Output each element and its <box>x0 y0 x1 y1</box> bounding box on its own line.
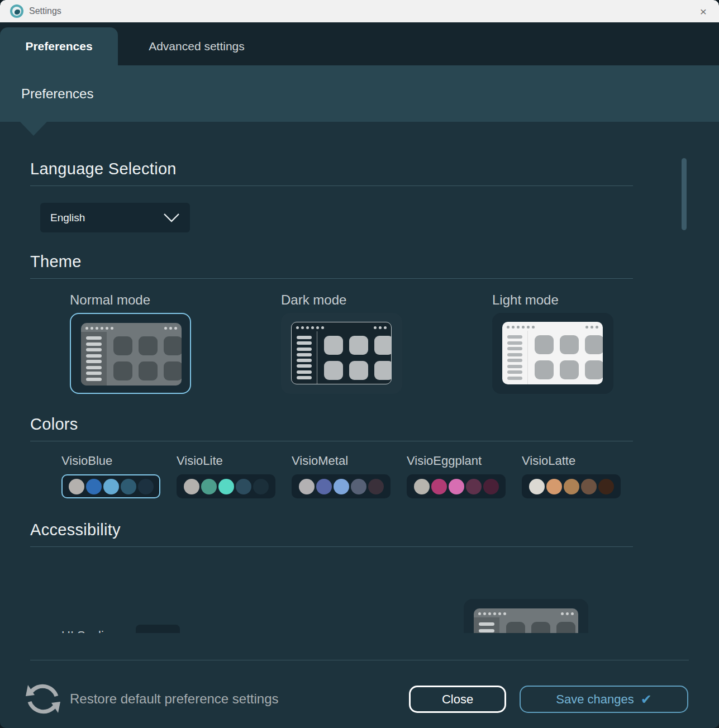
accessibility-section-heading: Accessibility <box>30 521 633 539</box>
app-logo-icon <box>10 4 23 18</box>
tab-preferences[interactable]: Preferences <box>0 27 118 65</box>
color-swatch <box>299 479 315 494</box>
color-swatch <box>121 479 136 494</box>
color-swatch <box>138 479 154 494</box>
color-swatch <box>316 479 332 494</box>
dark-mode-thumbnail <box>291 322 392 384</box>
color-palettes-row: VisioBlue VisioLite VisioMetal VisioEggp… <box>61 454 719 498</box>
color-swatch <box>218 479 234 494</box>
ui-scaling-preview-thumbnail <box>474 608 578 633</box>
theme-option-label: Normal mode <box>70 292 191 308</box>
color-swatch <box>351 479 366 494</box>
vertical-scrollbar-thumb[interactable] <box>682 158 687 230</box>
color-swatch <box>184 479 199 494</box>
ui-scaling-label: UI Scaling <box>61 629 117 633</box>
language-dropdown[interactable]: English <box>40 203 190 232</box>
color-swatch <box>564 479 579 494</box>
color-swatch <box>334 479 349 494</box>
language-section-heading: Language Selection <box>30 160 633 178</box>
color-swatch <box>483 479 499 494</box>
color-swatch <box>368 479 384 494</box>
color-swatch <box>69 479 84 494</box>
theme-card-normal-mode[interactable] <box>70 313 191 394</box>
color-swatch <box>86 479 102 494</box>
checkmark-icon: ✔ <box>641 692 652 707</box>
page-title: Preferences <box>21 86 93 102</box>
tab-bar: Preferences Advanced settings <box>0 22 719 65</box>
settings-scroll-area: Language Selection English Theme Normal … <box>0 122 719 633</box>
color-swatch <box>598 479 614 494</box>
palette-visioblue: VisioBlue <box>61 454 160 498</box>
colors-section-heading: Colors <box>30 415 633 434</box>
theme-option-normal: Normal mode <box>70 292 191 394</box>
chevron-down-icon <box>163 213 180 222</box>
normal-mode-thumbnail <box>81 323 182 386</box>
light-mode-thumbnail <box>502 322 603 384</box>
theme-card-dark-mode[interactable] <box>281 313 402 394</box>
theme-option-dark: Dark mode <box>281 292 402 394</box>
palette-swatches-visiolite[interactable] <box>177 474 275 498</box>
palette-swatches-visiolatte[interactable] <box>522 474 621 498</box>
palette-name: VisioLite <box>177 454 275 468</box>
palette-swatches-visiometal[interactable] <box>292 474 391 498</box>
footer-divider <box>30 660 689 660</box>
color-swatch <box>581 479 597 494</box>
section-header-band: Preferences <box>0 65 719 122</box>
theme-options-row: Normal mode Dark mode <box>70 292 719 394</box>
color-swatch <box>449 479 464 494</box>
restore-defaults-icon[interactable] <box>23 679 63 719</box>
divider <box>30 441 633 441</box>
palette-name: VisioEggplant <box>407 454 506 468</box>
palette-swatches-visioblue[interactable] <box>61 474 160 498</box>
palette-name: VisioLatte <box>522 454 621 468</box>
palette-name: VisioMetal <box>292 454 391 468</box>
close-window-icon[interactable]: × <box>697 6 710 17</box>
ui-scaling-value[interactable]: 1.0 <box>136 625 180 633</box>
save-changes-button[interactable]: Save changes ✔ <box>520 686 688 713</box>
window-title: Settings <box>29 6 61 16</box>
close-button[interactable]: Close <box>409 686 506 713</box>
divider <box>30 546 633 547</box>
save-changes-label: Save changes <box>556 692 634 707</box>
theme-section-heading: Theme <box>30 253 633 271</box>
color-swatch <box>414 479 430 494</box>
ui-scaling-preview-card <box>464 599 588 633</box>
color-swatch <box>466 479 482 494</box>
color-swatch <box>529 479 545 494</box>
theme-option-label: Light mode <box>492 292 613 308</box>
divider <box>30 185 633 186</box>
tab-advanced-settings[interactable]: Advanced settings <box>124 27 269 65</box>
color-swatch <box>431 479 447 494</box>
theme-card-light-mode[interactable] <box>492 313 613 394</box>
color-swatch <box>253 479 269 494</box>
restore-defaults-label[interactable]: Restore default preference settings <box>70 691 279 707</box>
color-swatch <box>546 479 562 494</box>
color-swatch <box>201 479 217 494</box>
color-swatch <box>236 479 251 494</box>
palette-visiolite: VisioLite <box>177 454 275 498</box>
palette-visiolatte: VisioLatte <box>522 454 621 498</box>
color-swatch <box>103 479 119 494</box>
palette-visioeggplant: VisioEggplant <box>407 454 506 498</box>
theme-option-label: Dark mode <box>281 292 402 308</box>
language-dropdown-value: English <box>50 212 85 224</box>
settings-window: Settings × Preferences Advanced settings… <box>0 0 719 728</box>
palette-swatches-visioeggplant[interactable] <box>407 474 506 498</box>
titlebar: Settings × <box>0 0 719 22</box>
theme-option-light: Light mode <box>492 292 613 394</box>
palette-visiometal: VisioMetal <box>292 454 391 498</box>
divider <box>30 278 633 279</box>
palette-name: VisioBlue <box>61 454 160 468</box>
